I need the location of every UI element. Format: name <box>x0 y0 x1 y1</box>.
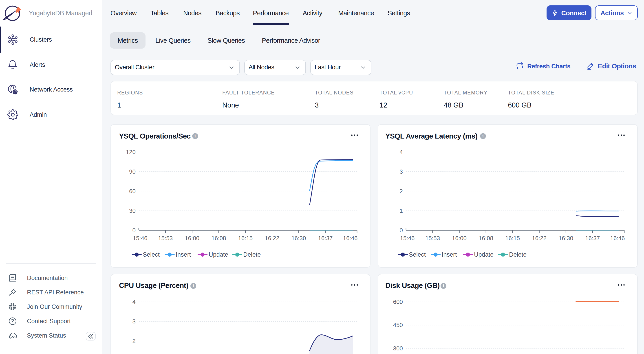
svg-text:Select: Select <box>409 251 426 258</box>
svg-text:0: 0 <box>400 227 403 233</box>
svg-text:4: 4 <box>132 298 136 305</box>
svg-text:16:37: 16:37 <box>585 235 600 241</box>
svg-text:4: 4 <box>400 148 403 155</box>
svg-text:16:15: 16:15 <box>238 235 252 241</box>
svg-text:2: 2 <box>400 188 403 194</box>
svg-text:16:22: 16:22 <box>265 235 279 241</box>
svg-text:15:46: 15:46 <box>400 235 414 241</box>
svg-text:16:46: 16:46 <box>610 235 625 241</box>
svg-text:30: 30 <box>129 207 136 214</box>
svg-text:Update: Update <box>208 251 228 258</box>
svg-text:300: 300 <box>393 345 403 352</box>
svg-text:16:30: 16:30 <box>559 235 573 241</box>
svg-text:Delete: Delete <box>243 251 261 258</box>
svg-text:Insert: Insert <box>176 251 191 258</box>
svg-text:0: 0 <box>132 227 136 233</box>
svg-text:450: 450 <box>393 322 403 328</box>
svg-text:16:00: 16:00 <box>185 235 200 241</box>
svg-text:3: 3 <box>132 318 136 325</box>
svg-text:Insert: Insert <box>442 251 457 258</box>
svg-text:Select: Select <box>143 251 160 258</box>
svg-text:16:08: 16:08 <box>212 235 226 241</box>
svg-text:1: 1 <box>400 207 403 214</box>
svg-text:15:53: 15:53 <box>425 235 440 241</box>
svg-text:Delete: Delete <box>509 251 526 258</box>
svg-text:16:15: 16:15 <box>505 235 520 241</box>
svg-text:16:46: 16:46 <box>343 235 358 241</box>
svg-text:Update: Update <box>474 251 494 258</box>
svg-text:60: 60 <box>129 188 136 194</box>
svg-text:15:53: 15:53 <box>158 235 173 241</box>
svg-text:16:00: 16:00 <box>452 235 466 241</box>
svg-text:120: 120 <box>126 148 136 155</box>
svg-text:16:37: 16:37 <box>318 235 332 241</box>
svg-text:16:30: 16:30 <box>292 235 306 241</box>
svg-text:2: 2 <box>132 337 136 344</box>
svg-text:3: 3 <box>400 168 403 175</box>
svg-text:90: 90 <box>129 168 136 175</box>
svg-text:15:46: 15:46 <box>133 235 147 241</box>
svg-text:600: 600 <box>393 298 403 305</box>
svg-text:16:08: 16:08 <box>479 235 493 241</box>
svg-text:16:22: 16:22 <box>532 235 546 241</box>
